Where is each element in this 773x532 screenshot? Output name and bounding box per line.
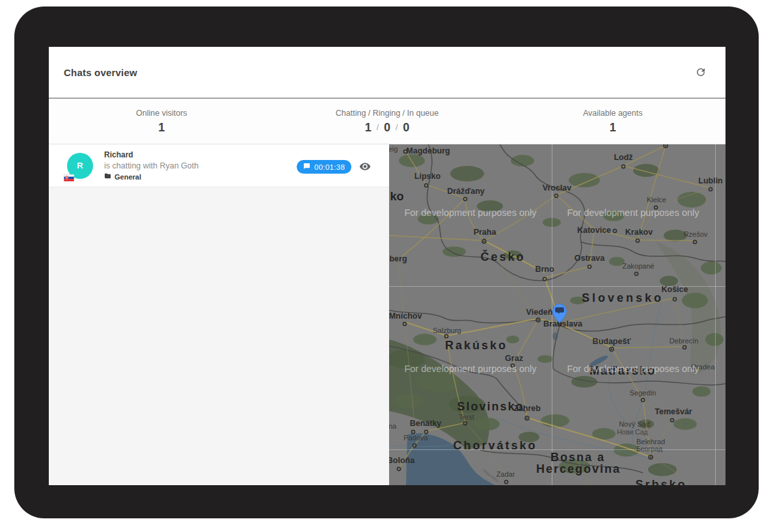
svg-text:ko: ko xyxy=(390,190,403,203)
svg-text:Záhreb: Záhreb xyxy=(513,404,541,413)
svg-text:Zakopané: Zakopané xyxy=(623,262,655,270)
svg-text:Rzešov: Rzešov xyxy=(684,230,708,238)
svg-text:Lipsko: Lipsko xyxy=(414,172,441,181)
refresh-button[interactable] xyxy=(692,64,709,81)
svg-text:Terst: Terst xyxy=(459,413,474,421)
svg-text:For development purposes only: For development purposes only xyxy=(567,207,699,218)
svg-text:Praha: Praha xyxy=(474,228,497,237)
svg-text:Padova: Padova xyxy=(403,434,428,442)
chat-list: R Richar xyxy=(49,144,389,485)
slovakia-flag-icon xyxy=(64,174,74,181)
svg-text:Kielce: Kielce xyxy=(647,196,666,204)
svg-text:Budapešť: Budapešť xyxy=(593,337,631,346)
chatting-count: 1 xyxy=(365,121,372,135)
chats-overview-window: Chats overview Online visitors 1 Chattin… xyxy=(49,47,726,485)
svg-text:Lublin: Lublin xyxy=(698,176,723,185)
svg-text:Mníchov: Mníchov xyxy=(389,312,422,321)
svg-text:Drážďany: Drážďany xyxy=(447,187,485,196)
separator: / xyxy=(396,123,398,132)
svg-text:Benátky: Benátky xyxy=(410,419,442,428)
svg-text:Košice: Košice xyxy=(662,285,688,294)
chat-duration-badge[interactable]: 00:01:38 xyxy=(297,160,351,174)
svg-text:Nový Sad: Nový Sad xyxy=(619,420,650,428)
svg-text:Temešvár: Temešvár xyxy=(655,407,692,416)
stat-value: 1 / 0 / 0 xyxy=(365,121,410,135)
stat-online-visitors: Online visitors 1 xyxy=(49,99,275,144)
svg-text:Chorvátsko: Chorvátsko xyxy=(453,439,537,452)
svg-text:Katovice: Katovice xyxy=(577,226,611,235)
stat-label: Online visitors xyxy=(136,109,187,118)
svg-text:Česko: Česko xyxy=(480,250,525,263)
svg-text:eig: eig xyxy=(389,145,398,153)
separator: / xyxy=(377,123,379,132)
svg-text:Rakúsko: Rakúsko xyxy=(445,339,508,352)
avatar: R xyxy=(67,153,93,179)
in-queue-count: 0 xyxy=(403,121,409,135)
svg-text:Београд: Београд xyxy=(636,445,662,453)
svg-text:Vroclav: Vroclav xyxy=(543,183,572,193)
stat-label: Available agents xyxy=(583,109,643,118)
svg-text:Srbsko: Srbsko xyxy=(635,478,686,485)
content-area: R Richar xyxy=(49,144,726,485)
stat-available-agents: Available agents 1 xyxy=(500,99,726,144)
chat-status: is chatting with Ryan Goth xyxy=(104,161,198,170)
svg-text:Graz: Graz xyxy=(505,354,523,363)
stat-label: Chatting / Ringing / In queue xyxy=(336,109,439,118)
ringing-count: 0 xyxy=(384,121,390,135)
svg-text:berg: berg xyxy=(389,254,407,263)
svg-text:Salzburg: Salzburg xyxy=(433,326,461,334)
svg-text:Bratislava: Bratislava xyxy=(543,319,583,328)
refresh-icon xyxy=(695,66,707,78)
svg-text:Slovensko: Slovensko xyxy=(582,291,664,304)
chat-row[interactable]: R Richar xyxy=(49,144,389,187)
svg-text:For development purposes only: For development purposes only xyxy=(404,207,537,218)
svg-text:Brno: Brno xyxy=(535,265,554,274)
stat-value: 1 xyxy=(610,121,616,135)
map-canvas: eigMagdeburgLodžLipskoLublinVroclavDrážď… xyxy=(389,144,726,485)
chat-duration: 00:01:38 xyxy=(314,163,345,171)
svg-text:For development purposes only: For development purposes only xyxy=(567,364,699,374)
chat-info: Richard is chatting with Ryan Goth Gener… xyxy=(104,150,198,181)
svg-text:Magdeburg: Magdeburg xyxy=(406,146,450,155)
department-row: General xyxy=(104,172,198,181)
visitor-map[interactable]: eigMagdeburgLodžLipskoLublinVroclavDrážď… xyxy=(389,144,726,485)
page-title: Chats overview xyxy=(64,67,137,78)
svg-text:na: na xyxy=(389,422,397,430)
department-name: General xyxy=(115,173,141,181)
avatar-letter: R xyxy=(77,161,83,170)
stat-chatting-ringing-queue: Chatting / Ringing / In queue 1 / 0 / 0 xyxy=(275,99,500,144)
svg-text:Viedeň: Viedeň xyxy=(526,308,553,317)
svg-text:Krakov: Krakov xyxy=(625,228,653,237)
stats-bar: Online visitors 1 Chatting / Ringing / I… xyxy=(49,99,726,144)
screenshot-stage: Chats overview Online visitors 1 Chattin… xyxy=(0,0,773,532)
view-chat-button[interactable] xyxy=(358,160,372,174)
window-header: Chats overview xyxy=(49,47,726,99)
eye-icon xyxy=(359,161,371,174)
svg-text:Bosna a: Bosna a xyxy=(550,451,605,464)
stat-value: 1 xyxy=(158,121,165,135)
svg-text:Zadar: Zadar xyxy=(496,470,515,478)
svg-text:Boloňa: Boloňa xyxy=(389,456,415,465)
svg-text:Hercegovina: Hercegovina xyxy=(536,462,621,475)
svg-text:Debrecín: Debrecín xyxy=(670,337,699,345)
svg-text:Lodž: Lodž xyxy=(614,153,632,162)
svg-text:Segedín: Segedín xyxy=(630,389,657,397)
svg-text:For development purposes only: For development purposes only xyxy=(404,364,537,374)
folder-icon xyxy=(104,172,111,181)
visitor-name: Richard xyxy=(104,150,198,159)
chat-bubble-icon xyxy=(303,163,310,171)
svg-text:Ostrava: Ostrava xyxy=(575,254,606,263)
svg-text:Нови Сад: Нови Сад xyxy=(617,428,647,436)
